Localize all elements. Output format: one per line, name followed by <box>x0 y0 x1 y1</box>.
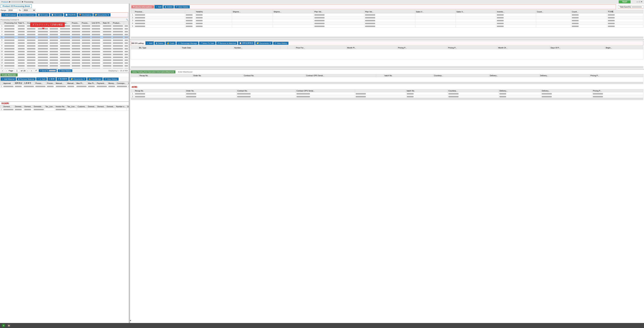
plus-icon: ＋ <box>3 13 4 16</box>
send-to-button[interactable]: ↗ Send To <box>39 69 57 72</box>
standard-button[interactable]: ⊙ 标准 <box>48 77 56 81</box>
page-input[interactable] <box>14 69 20 72</box>
minimize-icon[interactable]: — <box>636 1 638 3</box>
remove-material-button[interactable]: 🗑 Remove Material <box>16 77 36 81</box>
main-row-7: 7 <box>0 41 129 44</box>
bol-toolbar: Bill Of Lading: ＋ Add 🗑 Delete 💰 Costs ⚓… <box>131 41 643 45</box>
bol-costs-button[interactable]: 💰 Costs <box>166 41 176 45</box>
test-button[interactable]: TEST <box>619 0 630 3</box>
close-icon[interactable]: ✕ <box>641 1 642 3</box>
top-bar: Products ▶ ▶ Processing TEST — □ ✕ <box>0 0 644 4</box>
cancel-parts-button[interactable]: ✗ 取消部件 <box>56 77 68 81</box>
pi-row-2: 2 <box>131 16 643 19</box>
of-label: of <box>21 70 22 72</box>
pi-add-button[interactable]: ＋ Add <box>154 5 163 8</box>
pi-view-history-button[interactable]: ⏱ View History <box>174 5 190 8</box>
bol-demurrage-button[interactable]: ⚓ Demurrage Manage <box>176 41 198 45</box>
col-extra[interactable] <box>124 22 129 24</box>
breadcrumb-processing: Processing <box>24 1 33 3</box>
bol-delete-icon: 🗑 <box>156 42 158 44</box>
col-rate[interactable]: Rate Of... <box>102 22 112 24</box>
col-unit[interactable]: Unit Of Pr... <box>91 22 102 24</box>
crude-documents-button[interactable]: 📁 Documents ▼ <box>69 77 86 81</box>
in-tank-icon: ↵ <box>38 78 39 80</box>
main-row-num-6: 6 <box>0 39 4 41</box>
page-label: Page <box>9 70 13 72</box>
pi-row-5: 5 <box>131 25 643 28</box>
breadcrumb-products[interactable]: Products <box>1 1 8 3</box>
col-proces2[interactable]: Proces... <box>81 22 91 24</box>
next-page-btn[interactable]: › <box>26 69 29 72</box>
view-history-crude-btn[interactable]: ⏱ View History <box>103 77 118 81</box>
pagination-bar: « ‹ Page of 20 › » ↺ ↗ Send To ⏱ View Hi… <box>0 68 129 73</box>
sg-icon: 📋 <box>51 14 54 16</box>
product-book-title: Product Of Processing Book <box>1 4 32 8</box>
in-tank-button[interactable]: ↵ In Tank <box>36 77 47 81</box>
bol-delete-button[interactable]: 🗑 Delete <box>154 42 165 45</box>
history-icon-crude: ⏱ <box>105 78 106 80</box>
buzheng-button[interactable]: 📄 补证补充 <box>64 13 77 16</box>
bol-select-to-sale-button[interactable]: ↗ Select To Sale <box>199 41 216 45</box>
main-row-num-1: 1 <box>0 24 4 27</box>
bol-documents-button[interactable]: 📁 Documents ▼ <box>255 41 272 45</box>
right-panel: Products Information: ＋ Add 🗑 Delete ⏱ V… <box>130 4 644 323</box>
main-row-15: 15 <box>0 64 129 67</box>
bol-add-button[interactable]: ＋ Add <box>146 41 154 45</box>
buzheng-icon: 📄 <box>66 14 68 16</box>
breadcrumb: Products ▶ ▶ Processing <box>1 1 33 3</box>
pi-row-1: 1 <box>131 13 643 16</box>
main-row-num-2: 2 <box>0 27 4 30</box>
col-product[interactable]: Product... <box>112 22 124 24</box>
refresh-btn[interactable]: ↺ <box>34 69 38 72</box>
delete-contract-button[interactable]: 🗑 Delete Contract <box>18 13 36 16</box>
add-material-button[interactable]: ＋ Add Material <box>0 77 16 81</box>
stocktaking-button[interactable]: 📦 Stocktaking <box>78 13 93 16</box>
bol-buzheng-button[interactable]: 📋 原料还原情况 <box>238 41 254 45</box>
bol-view-history-button[interactable]: ⏱ View History <box>273 42 288 45</box>
search-icon[interactable]: 🔍 <box>126 18 128 21</box>
add-material-icon: ＋ <box>2 78 4 80</box>
countersign-button[interactable]: ✍ Countersign <box>87 77 103 81</box>
costs-icon: 📋 <box>38 14 40 16</box>
tooltip-arrow <box>42 28 44 29</box>
range-from-input[interactable] <box>8 9 18 11</box>
main-table-scroll[interactable]: Processing Cont... Total Yi... Crude Oil… <box>0 21 129 68</box>
maximize-icon[interactable]: □ <box>639 1 640 3</box>
bol-buzheng-icon: 📋 <box>239 42 242 44</box>
main-row-num-10: 10 <box>0 50 4 53</box>
delete-icon: 🗑 <box>19 14 21 16</box>
yield-sum-value <box>632 6 642 8</box>
col-proces1[interactable]: Proces... <box>71 22 81 24</box>
view-history-pagination-btn[interactable]: ⏱ View History <box>58 69 72 72</box>
pi-add-icon: ＋ <box>156 5 158 8</box>
range-to-select[interactable]: 2024 <box>22 9 36 12</box>
bol-scrollbar[interactable] <box>131 66 643 68</box>
bol-header: B/L Type Trade Date Number... Price For.… <box>131 46 643 49</box>
unmatched-row-2: 2 <box>131 95 643 98</box>
documents-button[interactable]: 📁 Documents ▼ <box>94 13 111 16</box>
unmatched-scrollbar[interactable] <box>131 98 643 100</box>
main-row-num-11: 11 <box>0 53 4 56</box>
bol-remove-matched-button[interactable]: ✗ Remove to Matched <box>216 41 237 45</box>
unmatched-table: Recap No. Order No. Contract No. Contrac… <box>131 89 643 98</box>
prev-page-btn[interactable]: ‹ <box>5 69 8 72</box>
status-icon-2[interactable]: 🏠 <box>7 324 11 327</box>
left-panel: Product Of Processing Book Range: To: 20… <box>0 4 129 323</box>
main-row-5: 5 <box>0 36 129 39</box>
bj-costs-button[interactable]: 📋 BJ Costs <box>36 13 49 16</box>
bol-table: B/L Type Trade Date Number... Price For.… <box>131 46 643 59</box>
pi-scrollbar[interactable] <box>131 37 643 39</box>
col-proc-cont[interactable]: Processing Cont... <box>4 22 17 24</box>
col-num <box>0 22 4 24</box>
sg-costs-button[interactable]: 📋 SG Costs <box>50 13 64 16</box>
callout-tooltip: ダブルクリックして詳細を確認 <box>30 22 65 27</box>
matched-scrollbar[interactable] <box>131 82 643 84</box>
last-page-btn[interactable]: » <box>30 69 33 72</box>
status-icon-1[interactable]: ⚙ <box>2 324 5 327</box>
add-contract-button[interactable]: ＋ Add Contract <box>1 13 17 16</box>
first-page-btn[interactable]: « <box>1 69 4 72</box>
vertical-divider[interactable] <box>129 4 130 323</box>
main-row-num-14: 14 <box>0 61 4 64</box>
pi-delete-button[interactable]: 🗑 Delete <box>163 5 174 8</box>
col-total-yi[interactable]: Total Yi... <box>17 22 26 24</box>
